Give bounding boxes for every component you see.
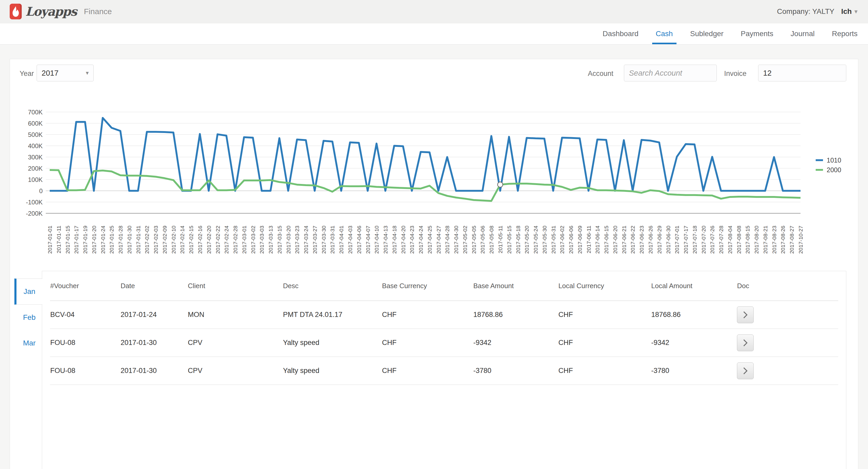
cell-date: 2017-01-30 <box>120 329 188 357</box>
cell-local-currency: CHF <box>558 301 651 329</box>
cell-local-currency: CHF <box>558 329 651 357</box>
flame-icon <box>12 6 20 17</box>
brand-name: Loyapps <box>25 4 76 19</box>
column-header: Base Amount <box>473 271 558 301</box>
column-header: Local Currency <box>558 271 651 301</box>
cell-base-currency: CHF <box>382 357 473 385</box>
nav-item-reports[interactable]: Reports <box>832 23 858 44</box>
nav-item-dashboard[interactable]: Dashboard <box>603 23 639 44</box>
year-value: 2017 <box>41 69 59 78</box>
doc-button[interactable] <box>737 306 754 323</box>
table-row: BCV-04 2017-01-24 MON PMT DTA 24.01.17 C… <box>50 301 838 329</box>
invoice-input[interactable] <box>758 65 846 81</box>
table-header-row: #VoucherDateClientDescBase CurrencyBase … <box>50 271 838 301</box>
cell-date: 2017-01-24 <box>120 301 188 329</box>
cell-client: CPV <box>188 329 283 357</box>
cell-doc <box>737 301 838 329</box>
chevron-down-icon: ▾ <box>855 8 858 15</box>
month-tab-jan[interactable]: Jan <box>14 279 42 305</box>
chevron-right-icon <box>742 339 748 347</box>
cell-local-amount: 18768.86 <box>651 301 737 329</box>
cell-base-amount: -3780 <box>473 357 558 385</box>
cell-local-currency: CHF <box>558 357 651 385</box>
page: Loyapps Finance Company: YALTY Ich ▾ Das… <box>0 0 868 469</box>
column-header: Local Amount <box>651 271 737 301</box>
app-title: Finance <box>84 7 112 16</box>
chevron-right-icon <box>742 367 748 375</box>
nav-item-payments[interactable]: Payments <box>741 23 774 44</box>
table-row: FOU-08 2017-01-30 CPV Yalty speed CHF -3… <box>50 357 838 385</box>
cell-base-currency: CHF <box>382 329 473 357</box>
doc-button[interactable] <box>737 334 754 351</box>
main-nav: DashboardCashSubledgerPaymentsJournalRep… <box>0 23 868 45</box>
month-tabs: JanFebMar <box>17 279 42 356</box>
ledger-table-panel: #VoucherDateClientDescBase CurrencyBase … <box>42 271 846 469</box>
nav-item-subledger[interactable]: Subledger <box>690 23 723 44</box>
column-header: Desc <box>283 271 382 301</box>
year-select[interactable]: 2017 ▾ <box>37 65 94 81</box>
brand: Loyapps Finance <box>0 4 112 19</box>
cell-voucher: FOU-08 <box>50 357 120 385</box>
loyapps-logo-icon <box>10 4 22 19</box>
cell-doc <box>737 357 838 385</box>
table-row: FOU-08 2017-01-30 CPV Yalty speed CHF -9… <box>50 329 838 357</box>
cell-local-amount: -9342 <box>651 329 737 357</box>
chevron-down-icon: ▾ <box>86 69 89 77</box>
column-header: #Voucher <box>50 271 120 301</box>
cell-desc: PMT DTA 24.01.17 <box>283 301 382 329</box>
column-header: Client <box>188 271 283 301</box>
invoice-label: Invoice <box>724 69 747 78</box>
cell-client: CPV <box>188 357 283 385</box>
cell-voucher: BCV-04 <box>50 301 120 329</box>
header-right: Company: YALTY Ich ▾ <box>777 7 868 16</box>
cell-base-currency: CHF <box>382 301 473 329</box>
user-menu[interactable]: Ich ▾ <box>841 7 858 16</box>
cell-desc: Yalty speed <box>283 329 382 357</box>
cell-desc: Yalty speed <box>283 357 382 385</box>
account-search-input[interactable] <box>624 65 717 81</box>
cell-voucher: FOU-08 <box>50 329 120 357</box>
column-header: Doc <box>737 271 838 301</box>
column-header: Base Currency <box>382 271 473 301</box>
year-label: Year <box>20 69 34 78</box>
cell-local-amount: -3780 <box>651 357 737 385</box>
account-label: Account <box>588 69 614 78</box>
cell-base-amount: 18768.86 <box>473 301 558 329</box>
nav-item-cash[interactable]: Cash <box>656 23 673 44</box>
month-tab-feb[interactable]: Feb <box>17 305 42 330</box>
user-name: Ich <box>841 7 851 16</box>
company-label: Company: YALTY <box>777 7 834 16</box>
cell-client: MON <box>188 301 283 329</box>
month-tab-mar[interactable]: Mar <box>17 330 42 356</box>
chevron-right-icon <box>742 311 748 319</box>
nav-item-journal[interactable]: Journal <box>790 23 815 44</box>
column-header: Date <box>120 271 188 301</box>
cell-date: 2017-01-30 <box>120 357 188 385</box>
ledger-table: #VoucherDateClientDescBase CurrencyBase … <box>50 271 838 385</box>
cell-base-amount: -9342 <box>473 329 558 357</box>
app-header: Loyapps Finance Company: YALTY Ich ▾ <box>0 0 868 23</box>
doc-button[interactable] <box>737 362 754 379</box>
cell-doc <box>737 329 838 357</box>
